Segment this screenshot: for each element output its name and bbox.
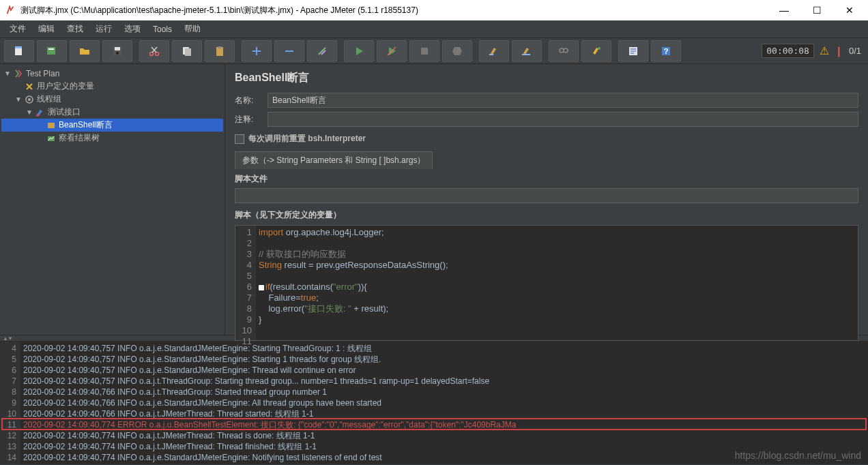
script-editor[interactable]: 1234567891011 import org.apache.log4j.Lo… xyxy=(235,225,858,341)
maximize-button[interactable]: ☐ xyxy=(807,3,827,17)
save-button[interactable] xyxy=(102,40,132,62)
element-config-panel: BeanShell断言 名称: 注释: 每次调用前重置 bsh.Interpre… xyxy=(225,64,868,335)
svg-point-6 xyxy=(116,52,119,55)
listener-icon xyxy=(46,134,57,143)
expand-button[interactable] xyxy=(242,40,272,62)
reset-interpreter-label: 每次调用前重置 bsh.Interpreter xyxy=(248,133,366,145)
tree-test-plan[interactable]: ▼ Test Plan xyxy=(1,67,223,80)
threadgroup-icon xyxy=(24,95,35,104)
tree-beanshell-assertion[interactable]: BeanShell断言 xyxy=(1,119,223,132)
test-plan-tree[interactable]: ▼ Test Plan 用户定义的变量 ▼ 线程组 ▼ 测试接口 BeanShe… xyxy=(0,64,225,335)
paste-button[interactable] xyxy=(205,40,235,62)
templates-button[interactable] xyxy=(37,40,67,62)
help-button[interactable]: ? xyxy=(651,40,681,62)
variables-icon xyxy=(24,82,35,91)
tree-label: 线程组 xyxy=(37,93,61,105)
thread-counter: 0/1 xyxy=(849,46,861,56)
tree-thread-group[interactable]: ▼ 线程组 xyxy=(1,93,223,106)
cut-button[interactable] xyxy=(139,40,169,62)
toggle-button[interactable] xyxy=(307,40,337,62)
svg-point-17 xyxy=(598,47,601,50)
sampler-icon xyxy=(35,108,46,117)
close-button[interactable]: ✕ xyxy=(839,3,860,17)
log-gutter: 4567891011121314 xyxy=(0,342,20,464)
toolbar: ? 00:00:08 ⚠ ❙ 0/1 xyxy=(0,38,868,64)
svg-rect-24 xyxy=(48,123,55,128)
reset-interpreter-checkbox[interactable] xyxy=(235,134,244,144)
name-label: 名称: xyxy=(235,95,262,106)
editor-gutter: 1234567891011 xyxy=(235,226,256,340)
panel-title: BeanShell断言 xyxy=(225,64,868,91)
tree-label: BeanShell断言 xyxy=(59,119,113,131)
comment-label: 注释: xyxy=(235,114,262,125)
tree-sampler[interactable]: ▼ 测试接口 xyxy=(1,106,223,119)
start-button[interactable] xyxy=(344,40,374,62)
menu-help[interactable]: 帮助 xyxy=(179,21,206,37)
open-button[interactable] xyxy=(70,40,100,62)
stop-button[interactable] xyxy=(409,40,439,62)
tree-label: 察看结果树 xyxy=(59,132,100,144)
tree-view-results-tree[interactable]: 察看结果树 xyxy=(1,132,223,145)
shutdown-button[interactable] xyxy=(442,40,472,62)
jmeter-icon xyxy=(5,5,16,16)
menu-file[interactable]: 文件 xyxy=(4,21,31,37)
search-button[interactable] xyxy=(549,40,579,62)
script-file-label: 脚本文件 xyxy=(225,169,868,186)
svg-rect-13 xyxy=(421,48,428,55)
svg-point-23 xyxy=(36,114,39,117)
copy-button[interactable] xyxy=(172,40,202,62)
start-no-pauses-button[interactable] xyxy=(377,40,407,62)
svg-rect-12 xyxy=(218,46,222,48)
svg-text:?: ? xyxy=(664,47,669,55)
tree-label: Test Plan xyxy=(26,69,59,78)
testplan-icon xyxy=(13,69,24,78)
svg-rect-10 xyxy=(185,48,191,56)
menu-edit[interactable]: 编辑 xyxy=(33,21,60,37)
menu-run[interactable]: 运行 xyxy=(90,21,117,37)
window-title: 测试脚本.jmx (C:\Mu\application\test\apache-… xyxy=(20,5,774,16)
function-helper-button[interactable] xyxy=(618,40,648,62)
elapsed-time: 00:00:08 xyxy=(762,44,814,58)
clear-all-button[interactable] xyxy=(512,40,542,62)
new-button[interactable] xyxy=(4,40,34,62)
svg-rect-5 xyxy=(115,47,120,50)
titlebar: 测试脚本.jmx (C:\Mu\application\test\apache-… xyxy=(0,0,868,20)
svg-marker-14 xyxy=(452,47,462,55)
svg-rect-3 xyxy=(48,48,54,50)
collapse-button[interactable] xyxy=(274,40,304,62)
parameters-tab[interactable]: 参数（-> String Parameters 和 String [ ]bsh.… xyxy=(235,151,433,169)
script-file-input[interactable] xyxy=(235,188,858,203)
comment-input[interactable] xyxy=(267,112,858,127)
menubar: 文件 编辑 查找 运行 选项 Tools 帮助 xyxy=(0,20,868,38)
script-label: 脚本（见下文所定义的变量） xyxy=(225,205,868,222)
svg-rect-2 xyxy=(47,47,55,55)
menu-tools[interactable]: Tools xyxy=(147,22,177,36)
reset-search-button[interactable] xyxy=(581,40,611,62)
log-viewer[interactable]: 4567891011121314 2020-09-02 14:09:40,757… xyxy=(0,342,868,464)
svg-point-22 xyxy=(28,98,31,101)
name-input[interactable] xyxy=(267,93,858,108)
warning-icon[interactable]: ⚠ xyxy=(820,44,829,57)
clear-button[interactable] xyxy=(479,40,509,62)
tree-label: 用户定义的变量 xyxy=(37,80,94,92)
error-indicator: ❙ xyxy=(835,45,843,57)
watermark: https://blog.csdn.net/mu_wind xyxy=(735,450,861,461)
minimize-button[interactable]: — xyxy=(774,3,794,17)
menu-search[interactable]: 查找 xyxy=(61,21,89,37)
tree-label: 测试接口 xyxy=(48,106,81,118)
svg-rect-1 xyxy=(15,46,22,48)
menu-options[interactable]: 选项 xyxy=(119,21,146,37)
tree-udv[interactable]: 用户定义的变量 xyxy=(1,80,223,93)
assertion-icon xyxy=(46,121,57,130)
